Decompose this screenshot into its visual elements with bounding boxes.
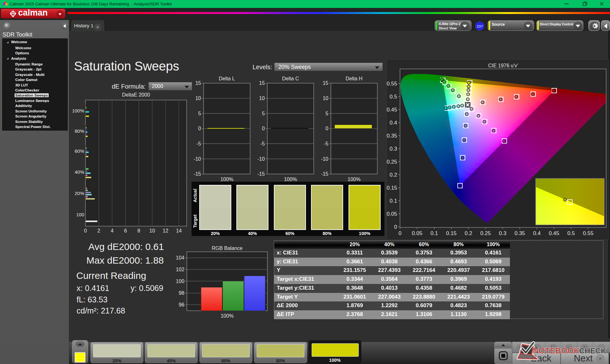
svg-text:10: 10: [323, 96, 329, 101]
svg-text:CHECK: CHECK: [579, 347, 607, 355]
svg-text:0.3: 0.3: [390, 146, 397, 152]
svg-text:0: 0: [262, 126, 265, 131]
svg-text:104: 104: [176, 255, 185, 260]
svg-text:NOTEBOOK: NOTEBOOK: [533, 346, 580, 355]
svg-text:-10: -10: [194, 156, 201, 162]
svg-text:100%: 100%: [348, 177, 361, 182]
svg-text:80%: 80%: [75, 128, 84, 134]
svg-text:4: 4: [111, 228, 114, 233]
svg-text:0.05: 0.05: [412, 230, 422, 236]
svg-text:0: 0: [398, 230, 401, 236]
svg-text:0.2: 0.2: [465, 230, 472, 236]
svg-text:CIE 1976 u'v': CIE 1976 u'v': [488, 63, 518, 68]
svg-text:5: 5: [326, 111, 329, 116]
svg-text:0: 0: [84, 228, 87, 233]
svg-text:15: 15: [323, 80, 329, 86]
svg-text:0.35: 0.35: [387, 133, 397, 139]
svg-text:5: 5: [262, 111, 265, 116]
svg-text:100%: 100%: [220, 177, 234, 182]
svg-text:0.4: 0.4: [533, 230, 541, 236]
svg-text:0: 0: [326, 126, 329, 131]
svg-text:0.25: 0.25: [480, 230, 491, 236]
svg-text:10: 10: [149, 228, 155, 233]
svg-text:15: 15: [259, 80, 265, 86]
svg-text:0.55: 0.55: [387, 81, 397, 87]
svg-text:20%: 20%: [75, 191, 84, 196]
svg-text:RGB Balance: RGB Balance: [212, 246, 242, 251]
svg-text:0.55: 0.55: [583, 230, 593, 236]
svg-text:10: 10: [259, 96, 265, 101]
svg-text:0: 0: [198, 126, 201, 131]
svg-text:0.15: 0.15: [446, 230, 457, 236]
svg-text:0.45: 0.45: [387, 107, 397, 113]
svg-text:100%: 100%: [284, 177, 297, 182]
svg-text:5: 5: [198, 111, 201, 116]
svg-text:15: 15: [195, 80, 201, 86]
svg-text:0.25: 0.25: [387, 159, 397, 165]
svg-text:12: 12: [163, 228, 168, 233]
svg-text:0.15: 0.15: [387, 185, 397, 191]
svg-text:0.4: 0.4: [390, 120, 397, 126]
svg-text:0.1: 0.1: [430, 230, 438, 236]
svg-text:6: 6: [124, 228, 127, 233]
svg-text:0: 0: [394, 224, 397, 230]
svg-text:98: 98: [179, 290, 185, 296]
svg-text:100%: 100%: [72, 108, 84, 113]
svg-text:0.5: 0.5: [567, 230, 575, 236]
svg-text:-5: -5: [196, 141, 201, 146]
svg-text:0.05: 0.05: [387, 211, 397, 217]
svg-text:-15: -15: [321, 171, 328, 177]
svg-text:0.5: 0.5: [390, 94, 397, 100]
svg-text:10: 10: [195, 96, 201, 101]
svg-text:-5: -5: [324, 141, 328, 146]
svg-text:-10: -10: [321, 156, 328, 162]
svg-text:100%: 100%: [220, 313, 234, 318]
svg-text:40%: 40%: [75, 169, 84, 175]
svg-text:96: 96: [179, 302, 185, 307]
svg-text:100: 100: [176, 279, 185, 284]
svg-text:14: 14: [176, 228, 182, 233]
svg-text:Delta H: Delta H: [346, 76, 363, 81]
svg-text:8: 8: [138, 228, 140, 233]
svg-text:-5: -5: [260, 141, 265, 146]
svg-text:2: 2: [98, 228, 100, 233]
svg-text:102: 102: [176, 267, 185, 272]
svg-text:-10: -10: [257, 156, 265, 162]
svg-text:DeltaE 2000: DeltaE 2000: [122, 92, 150, 98]
svg-text:-15: -15: [194, 171, 201, 177]
svg-text:-15: -15: [257, 171, 265, 177]
svg-text:100: 100: [76, 212, 84, 217]
svg-text:0.1: 0.1: [390, 198, 397, 204]
svg-text:Delta C: Delta C: [282, 76, 299, 81]
svg-text:Delta L: Delta L: [219, 76, 235, 81]
svg-text:60%: 60%: [75, 148, 84, 154]
svg-text:0.45: 0.45: [549, 230, 559, 236]
svg-text:0.2: 0.2: [390, 172, 397, 178]
svg-text:0.3: 0.3: [499, 230, 506, 236]
svg-text:0.35: 0.35: [514, 230, 525, 236]
